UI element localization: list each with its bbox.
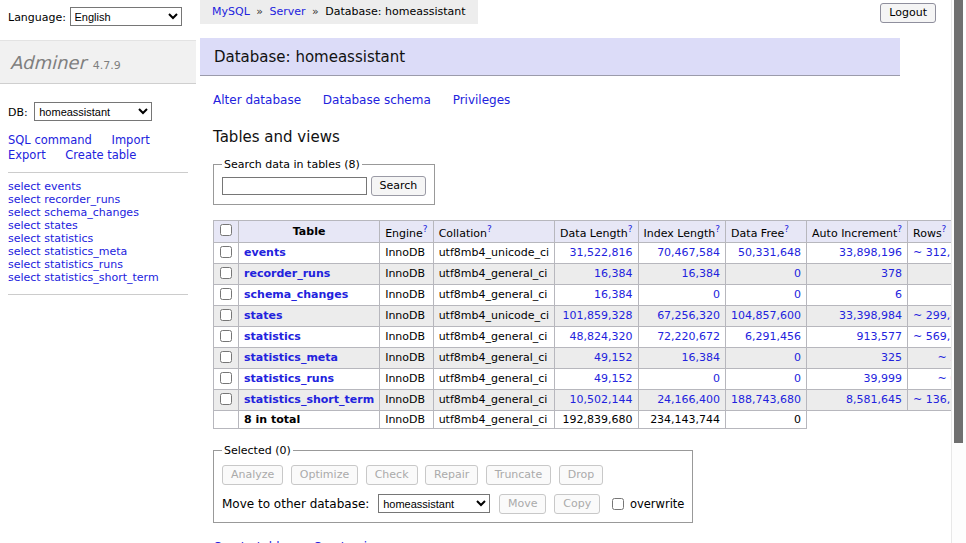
row-checkbox[interactable] bbox=[220, 393, 232, 405]
breadcrumb-separator: » bbox=[256, 5, 263, 18]
table-link-statistics-meta[interactable]: statistics_meta bbox=[244, 351, 338, 364]
row-checkbox[interactable] bbox=[220, 246, 232, 258]
help-link-icon[interactable]: ? bbox=[897, 224, 902, 234]
database-schema-link[interactable]: Database schema bbox=[323, 93, 431, 107]
row-checkbox[interactable] bbox=[220, 288, 232, 300]
sidebar-item-select-statistics-short-term[interactable]: select statistics_short_term bbox=[8, 271, 159, 284]
create-table-link[interactable]: Create table bbox=[213, 540, 287, 543]
logout-button[interactable]: Logout bbox=[880, 3, 936, 23]
table-link-statistics-runs[interactable]: statistics_runs bbox=[244, 372, 334, 385]
data-length-cell: 16,384 bbox=[555, 284, 638, 305]
index-length-cell: 70,467,584 bbox=[638, 242, 726, 263]
alter-database-link[interactable]: Alter database bbox=[213, 93, 301, 107]
sidebar-item-select-recorder-runs[interactable]: select recorder_runs bbox=[8, 193, 120, 206]
data-free-cell: 188,743,680 bbox=[726, 389, 807, 410]
sidebar-item-select-statistics[interactable]: select statistics bbox=[8, 232, 93, 245]
help-link-icon[interactable]: ? bbox=[628, 224, 633, 234]
copy-button[interactable]: Copy bbox=[554, 494, 600, 514]
privileges-link[interactable]: Privileges bbox=[453, 93, 511, 107]
sidebar-menu: DB: homeassistant SQL command Import Exp… bbox=[0, 84, 196, 295]
collation-cell: utf8mb4_unicode_ci bbox=[433, 305, 554, 326]
data-length-cell: 49,152 bbox=[555, 347, 638, 368]
row-checkbox[interactable] bbox=[220, 309, 232, 321]
help-link-icon[interactable]: ? bbox=[784, 224, 789, 234]
drop-button[interactable]: Drop bbox=[559, 465, 603, 485]
row-checkbox[interactable] bbox=[220, 351, 232, 363]
data-free-cell: 0 bbox=[726, 284, 807, 305]
sidebar-item-select-events[interactable]: select events bbox=[8, 180, 81, 193]
collation-cell: utf8mb4_general_ci bbox=[433, 368, 554, 389]
table-link-recorder-runs[interactable]: recorder_runs bbox=[244, 267, 330, 280]
vertical-scrollbar[interactable] bbox=[951, 0, 966, 543]
auto-increment-cell: 33,398,984 bbox=[807, 305, 908, 326]
sidebar-item-select-states[interactable]: select states bbox=[8, 219, 78, 232]
engine-cell: InnoDB bbox=[380, 284, 433, 305]
create-view-link[interactable]: Create view bbox=[313, 540, 384, 543]
overwrite-checkbox[interactable] bbox=[612, 498, 624, 510]
engine-cell: InnoDB bbox=[380, 242, 433, 263]
export-link[interactable]: Export bbox=[8, 148, 46, 162]
move-database-select[interactable]: homeassistant bbox=[378, 494, 490, 513]
language-select[interactable]: English bbox=[70, 7, 182, 26]
index-length-cell: 67,256,320 bbox=[638, 305, 726, 326]
index-length-cell: 0 bbox=[638, 368, 726, 389]
data-free-cell: 0 bbox=[726, 368, 807, 389]
total-index-length: 234,143,744 bbox=[638, 410, 726, 428]
select-all-checkbox[interactable] bbox=[220, 224, 232, 236]
check-button[interactable]: Check bbox=[366, 465, 418, 485]
index-length-cell: 0 bbox=[638, 284, 726, 305]
table-link-states[interactable]: states bbox=[244, 309, 283, 322]
help-link-icon[interactable]: ? bbox=[942, 224, 947, 234]
analyze-button[interactable]: Analyze bbox=[222, 465, 283, 485]
data-length-cell: 10,502,144 bbox=[555, 389, 638, 410]
table-link-statistics-short-term[interactable]: statistics_short_term bbox=[244, 393, 374, 406]
data-length-cell: 48,824,320 bbox=[555, 326, 638, 347]
table-row: events InnoDB utf8mb4_unicode_ci 31,522,… bbox=[214, 242, 966, 263]
db-select[interactable]: homeassistant bbox=[34, 102, 152, 121]
table-link-statistics[interactable]: statistics bbox=[244, 330, 301, 343]
create-table-link-sidebar[interactable]: Create table bbox=[65, 148, 136, 162]
import-link[interactable]: Import bbox=[111, 133, 149, 147]
sidebar-item-select-statistics-runs[interactable]: select statistics_runs bbox=[8, 258, 123, 271]
repair-button[interactable]: Repair bbox=[425, 465, 478, 485]
db-select-row: DB: homeassistant bbox=[8, 102, 188, 121]
table-link-schema-changes[interactable]: schema_changes bbox=[244, 288, 348, 301]
auto-increment-cell: 325 bbox=[807, 347, 908, 368]
row-checkbox[interactable] bbox=[220, 330, 232, 342]
search-input[interactable] bbox=[222, 177, 367, 195]
auto-increment-cell: 6 bbox=[807, 284, 908, 305]
search-button[interactable]: Search bbox=[371, 176, 427, 196]
sql-command-link[interactable]: SQL command bbox=[8, 133, 92, 147]
collation-cell: utf8mb4_general_ci bbox=[433, 284, 554, 305]
row-checkbox[interactable] bbox=[220, 267, 232, 279]
total-data-length: 192,839,680 bbox=[555, 410, 638, 428]
help-link-icon[interactable]: ? bbox=[423, 224, 428, 234]
scrollbar-thumb[interactable] bbox=[954, 0, 963, 443]
move-button[interactable]: Move bbox=[499, 494, 547, 514]
overwrite-label[interactable]: overwrite bbox=[630, 496, 685, 510]
breadcrumb-server-link[interactable]: Server bbox=[270, 5, 306, 18]
data-length-cell: 16,384 bbox=[555, 263, 638, 284]
total-label: 8 in total bbox=[239, 410, 380, 428]
row-checkbox[interactable] bbox=[220, 372, 232, 384]
breadcrumb-current: Database: homeassistant bbox=[325, 5, 465, 18]
table-row: statistics InnoDB utf8mb4_general_ci 48,… bbox=[214, 326, 966, 347]
topbar: MySQL » Server » Database: homeassistant… bbox=[200, 0, 952, 26]
sidebar-item-select-statistics-meta[interactable]: select statistics_meta bbox=[8, 245, 127, 258]
selected-fieldset: Selected (0) Analyze Optimize Check Repa… bbox=[213, 444, 693, 523]
optimize-button[interactable]: Optimize bbox=[291, 465, 358, 485]
data-free-cell: 104,857,600 bbox=[726, 305, 807, 326]
help-link-icon[interactable]: ? bbox=[487, 224, 492, 234]
index-length-cell: 16,384 bbox=[638, 347, 726, 368]
truncate-button[interactable]: Truncate bbox=[486, 465, 551, 485]
column-header-data-free: Data Free? bbox=[726, 221, 807, 243]
data-length-cell: 101,859,328 bbox=[555, 305, 638, 326]
breadcrumb-mysql-link[interactable]: MySQL bbox=[212, 5, 250, 18]
language-row: Language: English bbox=[0, 0, 196, 32]
help-link-icon[interactable]: ? bbox=[715, 224, 720, 234]
sidebar-item-select-schema-changes[interactable]: select schema_changes bbox=[8, 206, 139, 219]
adminer-logo-link[interactable]: Adminer bbox=[10, 52, 86, 73]
table-link-events[interactable]: events bbox=[244, 246, 286, 259]
data-length-cell: 49,152 bbox=[555, 368, 638, 389]
engine-cell: InnoDB bbox=[380, 368, 433, 389]
